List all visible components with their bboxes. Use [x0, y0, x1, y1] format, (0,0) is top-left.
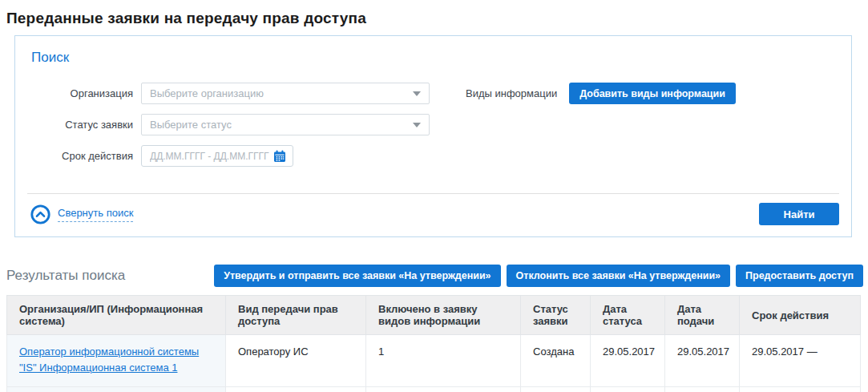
page-title: Переданные заявки на передачу прав досту… [6, 10, 868, 27]
find-button[interactable]: Найти [759, 203, 839, 225]
status-cell: Закрыта [521, 387, 591, 392]
validity-range-field [141, 145, 293, 167]
table-body: Оператор информационной системы "IS" Инф… [7, 335, 861, 392]
results-actions: Утвердить и отправить все заявки «На утв… [214, 265, 863, 287]
info-types-label: Виды информации [466, 87, 557, 99]
organization-cell: Оператор информационной системы "IS" Инф… [7, 335, 226, 387]
organization-label: Организация [31, 87, 133, 99]
submit-date-cell: 29.05.2017 [665, 335, 740, 387]
status-select[interactable]: Выберите статус [141, 114, 430, 135]
submit-date-cell: 29.05.2017 [665, 387, 740, 392]
organization-cell: Оператор информационной системы "IS" Инф… [7, 387, 226, 392]
collapse-search-link[interactable]: Свернуть поиск [30, 204, 133, 224]
column-header: Статус заявки [521, 296, 591, 335]
grant-access-button[interactable]: Предоставить доступ [736, 265, 863, 287]
transfer-type-cell: Оператору ИС [226, 387, 366, 392]
collapse-search-label: Свернуть поиск [58, 207, 133, 222]
status-select-placeholder: Выберите статус [150, 119, 232, 131]
info-types-count-cell: 3 [366, 387, 521, 392]
status-cell: Создана [521, 335, 591, 387]
validity-cell: 29.05.2017 — [740, 387, 861, 392]
status-label: Статус заявки [31, 119, 133, 131]
results-title: Результаты поиска [6, 268, 214, 284]
results-table: Организация/ИП (Информационная система)В… [6, 295, 861, 392]
transfer-type-cell: Оператору ИС [226, 335, 366, 387]
reject-all-button[interactable]: Отклонить все заявки «На утверждении» [507, 265, 731, 287]
column-header: Дата статуса [591, 296, 665, 335]
column-header: Срок действия [740, 296, 861, 335]
status-date-cell: 29.05.2017 [591, 387, 665, 392]
add-info-types-button[interactable]: Добавить виды информации [569, 83, 736, 104]
column-header: Дата подачи [665, 296, 740, 335]
column-header: Включено в заявку видов информации [366, 296, 521, 335]
approve-all-button[interactable]: Утвердить и отправить все заявки «На утв… [214, 265, 500, 287]
page: Переданные заявки на передачу прав досту… [0, 0, 868, 392]
status-date-cell: 29.05.2017 [591, 335, 665, 387]
results-header: Результаты поиска Утвердить и отправить … [6, 265, 863, 287]
organization-select[interactable]: Выберите организацию [141, 83, 430, 104]
search-panel: Поиск Организация Выберите организацию С… [14, 35, 852, 237]
validity-range-input[interactable] [148, 150, 273, 163]
info-types-count-cell: 1 [366, 335, 521, 387]
table-row: Оператор информационной системы "IS" Инф… [7, 335, 861, 387]
organization-select-placeholder: Выберите организацию [150, 87, 264, 99]
validity-label: Срок действия [31, 150, 133, 162]
chevron-up-circle-icon [30, 204, 50, 224]
column-header: Организация/ИП (Информационная система) [7, 296, 226, 335]
validity-cell: 29.05.2017 — [740, 335, 861, 387]
search-section-title: Поиск [31, 50, 835, 66]
chevron-down-icon [413, 91, 421, 96]
chevron-down-icon [413, 123, 421, 127]
table-header-row: Организация/ИП (Информационная система)В… [7, 296, 861, 335]
column-header: Вид передачи прав доступа [226, 296, 366, 335]
calendar-icon[interactable] [273, 150, 286, 163]
organization-link[interactable]: Оператор информационной системы "IS" Инф… [19, 346, 199, 374]
table-row: Оператор информационной системы "IS" Инф… [7, 387, 861, 392]
